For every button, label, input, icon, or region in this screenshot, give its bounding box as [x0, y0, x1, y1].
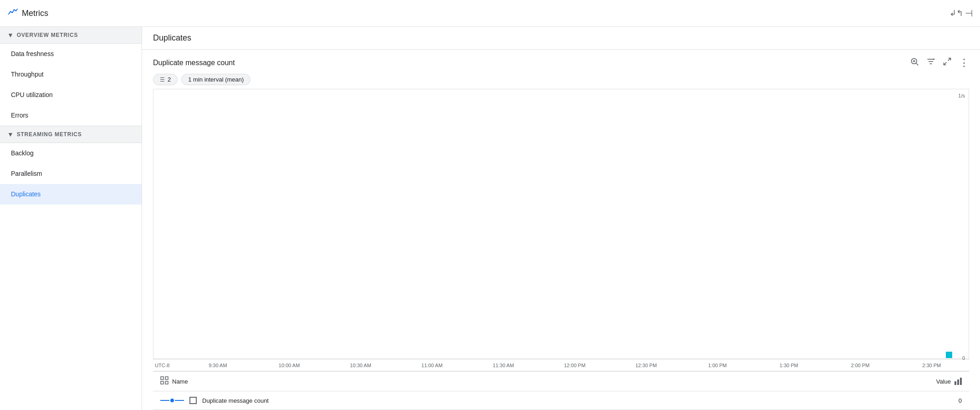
- timeline-label-6: 12:30 PM: [610, 363, 682, 368]
- chart-area: 1/s 0: [153, 89, 969, 360]
- timeline-label-5: 12:00 PM: [539, 363, 611, 368]
- line-segment-right: [175, 400, 184, 401]
- legend-row: Duplicate message count 0: [153, 391, 969, 410]
- metrics-logo-icon: [7, 6, 18, 20]
- page-title: Duplicates: [142, 27, 980, 50]
- timeline-label-4: 11:30 AM: [468, 363, 539, 368]
- filter-count-chip[interactable]: ☰ 2: [153, 74, 178, 85]
- overview-metrics-section[interactable]: ▼ OVERVIEW METRICS: [0, 27, 142, 44]
- sidebar: ▼ OVERVIEW METRICS Data freshness Throug…: [0, 27, 142, 410]
- svg-line-8: [944, 62, 947, 65]
- sidebar-item-parallelism[interactable]: Parallelism: [0, 164, 142, 184]
- legend-value-header-text: Value: [936, 378, 951, 385]
- legend-item-value: 0: [944, 397, 962, 404]
- legend-value-header-cell: Value: [936, 378, 962, 385]
- sidebar-item-data-freshness[interactable]: Data freshness: [0, 44, 142, 64]
- svg-rect-13: [165, 381, 168, 384]
- filter-interval-label: 1 min interval (mean): [188, 76, 244, 83]
- chart-toolbar: ⋮: [910, 57, 969, 68]
- main-layout: ▼ OVERVIEW METRICS Data freshness Throug…: [0, 27, 980, 410]
- line-segment-left: [160, 400, 169, 401]
- sidebar-item-throughput[interactable]: Throughput: [0, 64, 142, 85]
- top-header: Metrics ↲↰ ⊣: [0, 0, 980, 27]
- svg-line-1: [916, 63, 919, 66]
- svg-line-7: [948, 58, 951, 61]
- timeline-label-3: 11:00 AM: [396, 363, 468, 368]
- sidebar-collapse-button[interactable]: ⊣: [965, 8, 973, 19]
- svg-rect-11: [165, 377, 168, 379]
- timeline-label-1: 10:00 AM: [254, 363, 325, 368]
- streaming-chevron-icon: ▼: [7, 131, 14, 138]
- timeline-utc: UTC-8: [155, 363, 182, 368]
- timeline-label-0: 9:30 AM: [182, 363, 254, 368]
- filter-interval-chip[interactable]: 1 min interval (mean): [181, 74, 250, 85]
- timeline-label-9: 2:00 PM: [825, 363, 896, 368]
- sidebar-item-cpu-utilization[interactable]: CPU utilization: [0, 85, 142, 105]
- sidebar-item-errors[interactable]: Errors: [0, 105, 142, 126]
- collapse-sidebar-icon[interactable]: ↲↰: [949, 8, 963, 18]
- search-zoom-icon[interactable]: [910, 57, 919, 68]
- line-dot: [170, 399, 174, 402]
- chart-timeline: UTC-8 9:30 AM 10:00 AM 10:30 AM 11:00 AM…: [153, 360, 969, 371]
- timeline-label-2: 10:30 AM: [325, 363, 396, 368]
- expand-icon[interactable]: [943, 57, 952, 68]
- legend-grid-icon[interactable]: [160, 376, 168, 386]
- filter-lines-icon[interactable]: [926, 57, 935, 68]
- timeline-label-7: 1:00 PM: [682, 363, 753, 368]
- app-title-text: Metrics: [22, 9, 48, 18]
- filter-chip-icon: ☰: [160, 77, 165, 83]
- legend-table: Name Value: [153, 371, 969, 410]
- timeline-labels: UTC-8 9:30 AM 10:00 AM 10:30 AM 11:00 AM…: [153, 363, 969, 368]
- legend-name-header-text: Name: [172, 378, 188, 385]
- filter-count: 2: [168, 76, 171, 83]
- legend-bars-icon[interactable]: [954, 378, 962, 385]
- app-title-area: Metrics: [7, 6, 949, 20]
- streaming-metrics-section[interactable]: ▼ STREAMING METRICS: [0, 126, 142, 143]
- timeline-label-10: 2:30 PM: [896, 363, 967, 368]
- legend-row-left: Duplicate message count: [160, 397, 944, 404]
- legend-header: Name Value: [153, 372, 969, 391]
- chart-zero-indicator: [946, 352, 952, 358]
- legend-item-label: Duplicate message count: [202, 397, 269, 404]
- timeline-label-8: 1:30 PM: [753, 363, 825, 368]
- more-options-icon[interactable]: ⋮: [959, 58, 969, 68]
- chart-svg: [153, 89, 969, 360]
- overview-chevron-icon: ▼: [7, 31, 14, 39]
- chart-container: Duplicate message count: [142, 50, 980, 410]
- overview-section-label: OVERVIEW METRICS: [17, 32, 78, 38]
- svg-rect-10: [161, 377, 163, 379]
- content-area: Duplicates Duplicate message count: [142, 27, 980, 410]
- streaming-section-label: STREAMING METRICS: [17, 131, 82, 138]
- chart-title: Duplicate message count: [153, 59, 235, 67]
- chart-title-row: Duplicate message count: [153, 57, 969, 68]
- sidebar-item-backlog[interactable]: Backlog: [0, 143, 142, 164]
- legend-line-indicator: [160, 399, 184, 402]
- svg-rect-12: [161, 381, 163, 384]
- chart-filters: ☰ 2 1 min interval (mean): [153, 74, 969, 85]
- legend-name-header-cell: Name: [160, 376, 936, 386]
- sidebar-item-duplicates[interactable]: Duplicates: [0, 184, 142, 205]
- legend-checkbox[interactable]: [189, 397, 197, 404]
